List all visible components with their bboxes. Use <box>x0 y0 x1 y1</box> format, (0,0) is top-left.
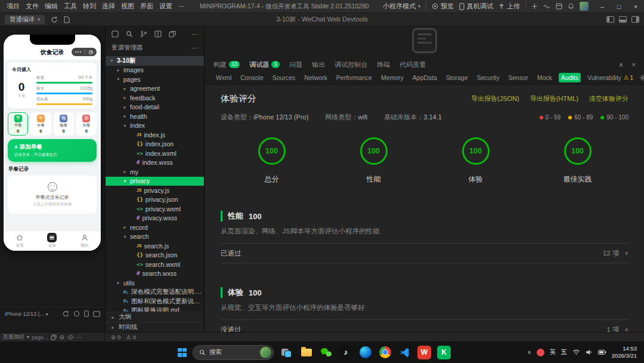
export-link[interactable]: 导出报告(JSON) <box>471 94 519 103</box>
tree-item[interactable]: #index.wxss <box>106 158 204 168</box>
menu-item[interactable]: 转到 <box>80 2 99 11</box>
collapse-panel-icon[interactable]: ∧ <box>619 61 624 69</box>
minimize-button[interactable]: – <box>594 0 611 13</box>
grid-icon[interactable] <box>556 3 562 10</box>
toggle-left-panel-icon[interactable] <box>606 16 614 23</box>
split-editor-icon[interactable] <box>154 30 162 38</box>
menu-item[interactable]: 设置 <box>156 2 175 11</box>
devtools-tab[interactable]: Vulnerability⚠1 <box>585 73 636 82</box>
locate-icon[interactable] <box>59 334 65 340</box>
menu-item[interactable]: 编辑 <box>42 2 61 11</box>
tree-item[interactable]: JSindex.js <box>106 130 204 140</box>
preview-button[interactable]: 预览 <box>432 2 454 11</box>
devtools-tab[interactable]: Memory <box>379 73 406 82</box>
meal-card[interactable]: 午午餐0 <box>30 112 51 136</box>
wifi-icon[interactable] <box>572 349 580 355</box>
vscode-icon[interactable] <box>398 346 411 359</box>
tree-item[interactable]: <>index.wxml <box>106 149 204 158</box>
more-icon[interactable]: ⋯ <box>191 30 198 38</box>
compile-mode-select[interactable]: 普通编译 ▾ <box>5 15 45 24</box>
tree-item[interactable]: ▸images <box>106 66 204 75</box>
start-button[interactable] <box>178 348 187 357</box>
capsule-close-icon[interactable] <box>89 50 93 54</box>
close-button[interactable]: × <box>627 0 644 13</box>
chrome-icon[interactable] <box>378 346 392 359</box>
tools-icon[interactable] <box>531 3 538 10</box>
gear-icon[interactable] <box>639 74 644 81</box>
battery-icon[interactable] <box>598 350 606 355</box>
devtools-tab[interactable]: Wxml <box>213 73 234 82</box>
section-result-row[interactable]: 已通过12 项∨ <box>221 243 628 263</box>
copy-icon[interactable] <box>51 334 57 340</box>
more-icon[interactable]: ⋯ <box>76 334 82 340</box>
devtools-tab[interactable]: Network <box>302 73 330 82</box>
meal-card[interactable]: 晚晚餐0 <box>54 112 74 136</box>
douyin-icon[interactable]: ♪ <box>339 346 352 359</box>
taskbar-search[interactable]: 搜索 <box>193 345 274 360</box>
search-icon[interactable] <box>126 30 133 38</box>
ime-lang[interactable]: 五 <box>561 348 567 356</box>
add-meal-button[interactable]: + 添加早餐 记录美食，开启健康生活 <box>8 139 97 162</box>
primary-tab[interactable]: 输出 <box>312 60 325 69</box>
miniapp-capsule[interactable] <box>72 48 97 56</box>
menu-more-icon[interactable]: ⋯ <box>175 2 188 10</box>
devtools-tab[interactable]: Console <box>238 73 266 82</box>
volume-icon[interactable] <box>586 349 593 355</box>
tree-item[interactable]: ▸my <box>106 167 204 177</box>
timeline-section[interactable]: ▸ 时间线 <box>106 322 204 332</box>
page-path-value[interactable]: page... <box>32 334 48 340</box>
tree-item[interactable]: JSprivacy.js <box>106 186 204 195</box>
rotate-icon[interactable] <box>63 310 69 317</box>
maximize-button[interactable]: □ <box>611 0 627 13</box>
more-icon[interactable]: ⋯ <box>191 44 198 52</box>
capsule-more-icon[interactable] <box>75 51 81 53</box>
avatar[interactable] <box>580 2 589 11</box>
scale-icon[interactable] <box>73 310 80 317</box>
tree-item[interactable]: <>search.wxml <box>106 260 204 269</box>
edge-icon[interactable] <box>358 346 372 359</box>
menu-item[interactable]: 视图 <box>118 2 137 11</box>
collapse-icon[interactable] <box>112 30 119 38</box>
taskbar-clock[interactable]: 14:53 2026/3/21 <box>612 345 637 360</box>
tree-item[interactable]: ▸agreement <box>106 84 204 94</box>
outline-section[interactable]: ▸ 大纲 <box>106 312 204 322</box>
devtools-tab[interactable]: Performance <box>334 73 374 82</box>
tree-item[interactable]: ▸health <box>106 112 204 121</box>
export-link[interactable]: 导出报告(HTML) <box>530 94 578 103</box>
device-select[interactable]: iPhone 12/13 (... ▾ <box>5 311 48 317</box>
file-explorer-icon[interactable] <box>299 346 313 359</box>
wechat-icon[interactable] <box>319 346 333 359</box>
primary-tab[interactable]: 终端 <box>377 60 390 69</box>
toggle-right-panel-icon[interactable] <box>631 16 639 23</box>
tab-home[interactable]: 首页 <box>4 234 36 248</box>
tree-item[interactable]: ▸feedback <box>106 93 204 103</box>
refresh-icon[interactable] <box>51 16 58 23</box>
tree-item[interactable]: ▾search <box>106 232 204 242</box>
close-panel-icon[interactable]: × <box>632 61 636 68</box>
tree-item[interactable]: M↓深色模式完整适配说明.md <box>106 288 204 297</box>
tree-item[interactable]: {}search.json <box>106 251 204 260</box>
primary-tab[interactable]: 代码质量 <box>400 60 426 69</box>
search-highlight-thumbnail[interactable] <box>260 347 271 358</box>
tree-item[interactable]: ▾3-10新 <box>106 56 204 66</box>
devtools-tab[interactable]: Storage <box>444 73 470 82</box>
menu-item[interactable]: 项目 <box>4 2 23 11</box>
window-icon[interactable] <box>93 311 100 317</box>
tab-record[interactable]: 记录 <box>36 234 68 248</box>
git-branch-icon[interactable] <box>140 30 147 38</box>
problem-counts[interactable]: ⊘0 ⚠0 <box>105 334 142 340</box>
mode-select[interactable]: 小程序模式 ▾ <box>383 2 420 11</box>
tab-profile[interactable]: 我的 <box>69 234 101 248</box>
primary-tab[interactable]: 调试器1 <box>249 60 280 69</box>
tree-item[interactable]: <>privacy.wxml <box>106 204 204 214</box>
tree-item[interactable]: M↓图标和深色模式更新说明.md <box>106 297 204 306</box>
toggle-bottom-panel-icon[interactable] <box>619 16 627 23</box>
meal-card[interactable]: 早早餐0 <box>8 112 28 136</box>
tree-item[interactable]: {}privacy.json <box>106 195 204 205</box>
devtools-tab[interactable]: Mock <box>535 73 555 82</box>
menu-item[interactable]: 界面 <box>137 2 156 11</box>
portrait-icon[interactable] <box>84 310 89 317</box>
tree-item[interactable]: {}index.json <box>106 140 204 149</box>
primary-tab[interactable]: 问题 <box>289 60 302 69</box>
hidden-icons-chevron[interactable]: ∧ <box>527 349 531 355</box>
